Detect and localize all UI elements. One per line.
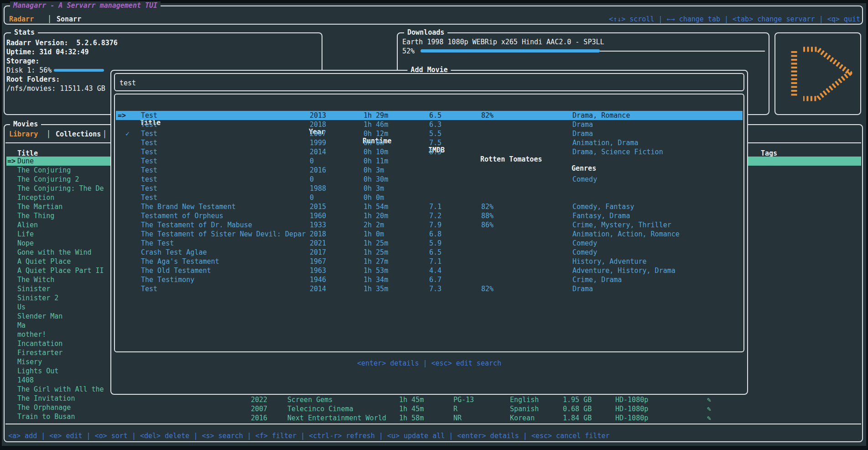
result-genres: Drama, Science Fiction [572, 147, 663, 157]
add-movie-result-row[interactable]: Test20140h 10m8.3Drama, Science Fiction [116, 147, 743, 157]
result-title: The Aga's Testament [141, 257, 219, 266]
add-movie-result-row[interactable]: The Brand New Testament20151h 54m7.182%C… [116, 202, 743, 211]
result-rotten-tomatoes: 82% [481, 202, 494, 211]
movie-year: 2007 [251, 404, 267, 413]
movie-studio: Next Entertainment World [287, 413, 386, 423]
add-movie-result-row[interactable]: Test20160h 3m [116, 166, 743, 175]
result-genres: Animation, Drama [572, 138, 639, 147]
result-imdb-rating: 6.3 [429, 120, 442, 129]
add-movie-result-row[interactable]: The Testament of Dr. Mabuse19332h 2m7.98… [116, 220, 743, 230]
add-movie-result-row[interactable]: The Test20211h 25m5.9Comedy [116, 239, 743, 248]
result-title: Testament of Orpheus [141, 211, 223, 220]
result-imdb-rating: 6.5 [429, 111, 442, 120]
movie-certification: PG-13 [453, 395, 474, 404]
add-movie-search-input[interactable] [120, 78, 735, 88]
result-imdb-rating: 6.8 [429, 230, 442, 239]
result-runtime: 1h 34m [364, 275, 388, 284]
add-movie-result-row[interactable]: Test20141h 35m7.382%Drama [116, 284, 743, 293]
frame-bottom [0, 446, 868, 450]
add-movie-result-row[interactable]: Test19880h 3m [116, 184, 743, 193]
result-rotten-tomatoes: 82% [481, 284, 494, 293]
selection-marker: => [118, 111, 126, 120]
add-movie-result-row[interactable]: Test19990h 0m7.5Animation, Drama [116, 138, 743, 147]
result-year: 1999 [310, 138, 326, 147]
result-year: 2018 [310, 120, 326, 129]
result-imdb-rating: 7.1 [429, 257, 442, 266]
add-movie-result-row[interactable]: Test00h 11m [116, 157, 743, 166]
result-genres: Adventure, History, Drama [572, 266, 676, 275]
result-genres: Drama [572, 129, 593, 138]
root-folder-path: /nfs/movies: 11511.43 GB [6, 84, 105, 93]
result-year: 2013 [310, 111, 326, 120]
frame-left [0, 0, 2, 450]
result-genres: Drama [572, 284, 593, 293]
tab-separator: │ [47, 15, 52, 24]
add-movie-result-row[interactable]: Crash Test Aglae20171h 25m6.5Comedy [116, 248, 743, 257]
result-imdb-rating: 8.3 [429, 147, 442, 157]
result-imdb-rating: 5.5 [429, 129, 442, 138]
result-title: The Test [141, 239, 174, 248]
tab-radarr[interactable]: Radarr [9, 15, 34, 24]
result-runtime: 1h 46m [364, 120, 388, 129]
movie-quality-profile: HD-1080p [615, 413, 648, 423]
result-year: 1963 [310, 266, 326, 275]
result-imdb-rating: 7.9 [429, 220, 442, 230]
result-imdb-rating: 7.5 [429, 138, 442, 147]
add-movie-result-row[interactable]: The Testament of Sister New Devil: Depar… [116, 230, 743, 239]
monitored-pencil-icon: ✎ [707, 413, 711, 423]
result-imdb-rating: 4.4 [429, 266, 442, 275]
add-movie-result-row[interactable]: Test00h 0m [116, 193, 743, 202]
result-genres: History, Adventure [572, 257, 647, 266]
result-runtime: 2h 2m [364, 220, 384, 230]
result-year: 2014 [310, 284, 326, 293]
result-genres: Crime, Drama [572, 275, 622, 284]
result-year: 2015 [310, 202, 326, 211]
movie-detail-row[interactable]: 2022Screen Gems1h 45mPG-13English1.95 GB… [5, 395, 862, 404]
result-year: 1960 [310, 211, 326, 220]
add-movie-result-row[interactable]: ✓Test20070h 12m5.5Drama [116, 129, 743, 138]
download-gauge-track [600, 51, 765, 52]
movie-detail-row[interactable]: 2016Next Entertainment World1h 58mNRKore… [5, 413, 862, 423]
result-title: The Testimony [141, 275, 194, 284]
movie-runtime: 1h 58m [399, 413, 424, 423]
result-genres: Comedy [572, 248, 597, 257]
add-movie-table-rows: =>Test20131h 29m6.582%Drama, RomanceTest… [115, 94, 743, 351]
result-runtime: 0h 0m [364, 193, 384, 202]
download-item-title[interactable]: Earth 1998 1080p WEBRip x265 Hindi AAC2.… [402, 37, 604, 47]
add-movie-result-row[interactable]: Testament of Orpheus19601h 20m7.288%Fant… [116, 211, 743, 220]
result-runtime: 1h 0m [364, 230, 384, 239]
movie-quality-profile: HD-1080p [615, 404, 648, 413]
movie-language: Spanish [510, 404, 539, 413]
tab-sonarr[interactable]: Sonarr [57, 15, 81, 24]
download-gauge-fill [421, 49, 600, 52]
storage-label: Storage: [6, 57, 39, 66]
result-year: 1967 [310, 257, 326, 266]
result-runtime: 0h 10m [364, 147, 388, 157]
add-movie-result-row[interactable]: Test20181h 46m6.3Drama [116, 120, 743, 129]
result-imdb-rating: 6.7 [429, 275, 442, 284]
result-runtime: 0h 30m [364, 175, 388, 184]
global-keybinds: <↑↓> scroll | ←→ change tab | <tab> chan… [609, 15, 860, 24]
movie-detail-row[interactable]: 2007Telecinco Cinema1h 45mRSpanish0.68 G… [5, 404, 862, 413]
add-movie-result-row[interactable]: The Aga's Testament19671h 27m7.1History,… [116, 257, 743, 266]
in-library-checkmark-icon: ✓ [125, 129, 130, 138]
add-movie-popup: Add Movie ✓ Title Year Runtime IMDB Rott… [110, 70, 748, 395]
add-movie-result-row[interactable]: The Old Testament19631h 53m4.4Adventure,… [116, 266, 743, 275]
monitored-pencil-icon: ✎ [707, 404, 711, 413]
add-movie-result-row[interactable]: =>Test20131h 29m6.582%Drama, Romance [116, 111, 743, 120]
result-imdb-rating: 6.5 [429, 248, 442, 257]
add-movie-result-row[interactable]: test00h 30mComedy [116, 175, 743, 184]
result-genres: Drama, Romance [572, 111, 630, 120]
result-year: 2016 [310, 166, 326, 175]
result-genres: Fantasy, Drama [572, 211, 630, 220]
result-imdb-rating: 5.9 [429, 239, 442, 248]
add-movie-result-row[interactable]: The Testimony19461h 34m6.7Crime, Drama [116, 275, 743, 284]
disk-usage-gauge [54, 69, 104, 72]
play-triangle-icon [781, 44, 854, 104]
result-runtime: 0h 11m [364, 157, 388, 166]
result-imdb-rating: 7.1 [429, 202, 442, 211]
result-rotten-tomatoes: 86% [481, 220, 494, 230]
movie-year: 2016 [251, 413, 267, 423]
add-movie-search-box[interactable] [114, 73, 744, 91]
movie-size: 1.95 GB [563, 395, 592, 404]
